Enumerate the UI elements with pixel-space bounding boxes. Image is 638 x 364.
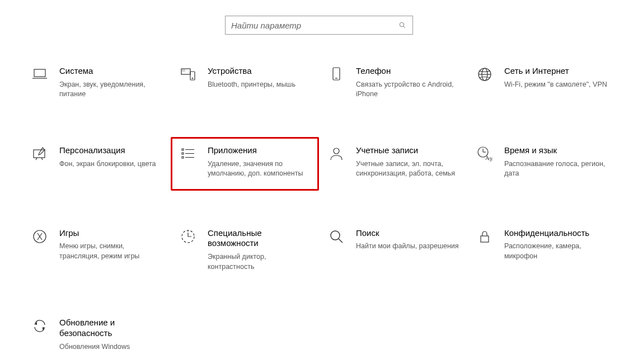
settings-grid: СистемаЭкран, звук, уведомления, питание… xyxy=(0,63,638,355)
tile-title: Персонализация xyxy=(59,145,163,156)
tile-ease[interactable]: Специальные возможностиЭкранный диктор, … xyxy=(176,225,313,276)
gaming-icon xyxy=(30,228,49,247)
tile-desc: Экранный диктор, контрастность xyxy=(208,252,311,272)
tile-desc: Bluetooth, принтеры, мышь xyxy=(208,80,311,90)
tile-system[interactable]: СистемаЭкран, звук, уведомления, питание xyxy=(28,63,165,103)
tile-desc: Фон, экран блокировки, цвета xyxy=(59,159,163,169)
tile-title: Устройства xyxy=(208,66,311,77)
tile-desc: Меню игры, снимки, трансляция, режим игр… xyxy=(59,242,163,261)
tile-desc: Wi-Fi, режим "в самолете", VPN xyxy=(504,80,608,90)
search-input[interactable] xyxy=(231,21,398,30)
tile-text: ИгрыМеню игры, снимки, трансляция, режим… xyxy=(59,228,163,262)
tile-phone[interactable]: ТелефонСвязать устройство с Android, iPh… xyxy=(325,63,462,103)
tile-desc: Распознавание голоса, регион, дата xyxy=(504,159,608,179)
search-box[interactable] xyxy=(225,16,413,35)
tile-desc: Учетные записи, эл. почта, синхронизация… xyxy=(356,159,459,179)
devices-icon xyxy=(179,66,198,85)
tile-text: Специальные возможностиЭкранный диктор, … xyxy=(208,228,311,272)
tile-title: Учетные записи xyxy=(356,145,459,156)
ease-icon xyxy=(179,228,198,247)
globe-icon xyxy=(475,66,494,85)
tile-title: Сеть и Интернет xyxy=(504,66,608,77)
tile-devices[interactable]: УстройстваBluetooth, принтеры, мышь xyxy=(176,63,313,103)
tile-time-lang[interactable]: Время и языкРаспознавание голоса, регион… xyxy=(473,142,610,186)
tile-accounts[interactable]: Учетные записиУчетные записи, эл. почта,… xyxy=(325,142,462,186)
tile-title: Система xyxy=(59,66,163,77)
tile-network[interactable]: Сеть и ИнтернетWi-Fi, режим "в самолете"… xyxy=(473,63,610,103)
tile-text: Обновление и безопасностьОбновления Wind… xyxy=(59,318,163,352)
tile-desc: Найти мои файлы, разрешения xyxy=(356,242,459,252)
tile-desc: Удаление, значения по умолчанию, доп. ко… xyxy=(208,159,311,179)
tile-text: УстройстваBluetooth, принтеры, мышь xyxy=(208,66,311,89)
phone-icon xyxy=(327,66,346,85)
lock-icon xyxy=(475,228,494,247)
tile-title: Конфиденциальность xyxy=(504,228,608,239)
personal-icon xyxy=(30,145,49,164)
tile-text: Время и языкРаспознавание голоса, регион… xyxy=(504,145,608,179)
search-icon xyxy=(398,21,407,30)
tile-personalization[interactable]: ПерсонализацияФон, экран блокировки, цве… xyxy=(28,142,165,186)
laptop-icon xyxy=(30,66,49,85)
tile-text: ПриложенияУдаление, значения по умолчани… xyxy=(208,145,311,179)
search-cat-icon xyxy=(327,228,346,247)
time-lang-icon xyxy=(475,145,494,164)
tile-desc: Обновления Windows xyxy=(59,342,163,352)
svg-point-39 xyxy=(400,22,404,26)
tile-text: КонфиденциальностьРасположение, камера, … xyxy=(504,228,608,262)
tile-update[interactable]: Обновление и безопасностьОбновления Wind… xyxy=(28,314,165,355)
tile-text: ПерсонализацияФон, экран блокировки, цве… xyxy=(59,145,163,169)
tile-privacy[interactable]: КонфиденциальностьРасположение, камера, … xyxy=(473,225,610,276)
tile-desc: Расположение, камера, микрофон xyxy=(504,242,608,261)
search-row xyxy=(0,0,638,63)
tile-search-cat[interactable]: ПоискНайти мои файлы, разрешения xyxy=(325,225,462,276)
tile-desc: Экран, звук, уведомления, питание xyxy=(59,80,163,100)
person-icon xyxy=(327,145,346,164)
update-icon xyxy=(30,318,49,337)
tile-text: Учетные записиУчетные записи, эл. почта,… xyxy=(356,145,459,179)
tile-gaming[interactable]: ИгрыМеню игры, снимки, трансляция, режим… xyxy=(28,225,165,276)
svg-line-40 xyxy=(404,26,405,28)
tile-title: Телефон xyxy=(356,66,459,77)
tile-title: Приложения xyxy=(208,145,311,156)
apps-icon xyxy=(179,145,198,164)
tile-text: ТелефонСвязать устройство с Android, iPh… xyxy=(356,66,459,100)
tile-text: ПоискНайти мои файлы, разрешения xyxy=(356,228,459,252)
tile-apps[interactable]: ПриложенияУдаление, значения по умолчани… xyxy=(171,137,319,191)
tile-title: Игры xyxy=(59,228,163,239)
tile-text: Сеть и ИнтернетWi-Fi, режим "в самолете"… xyxy=(504,66,608,89)
tile-title: Специальные возможности xyxy=(208,228,311,249)
tile-title: Обновление и безопасность xyxy=(59,318,163,339)
tile-title: Время и язык xyxy=(504,145,608,156)
tile-desc: Связать устройство с Android, iPhone xyxy=(356,80,459,100)
tile-text: СистемаЭкран, звук, уведомления, питание xyxy=(59,66,163,100)
tile-title: Поиск xyxy=(356,228,459,239)
